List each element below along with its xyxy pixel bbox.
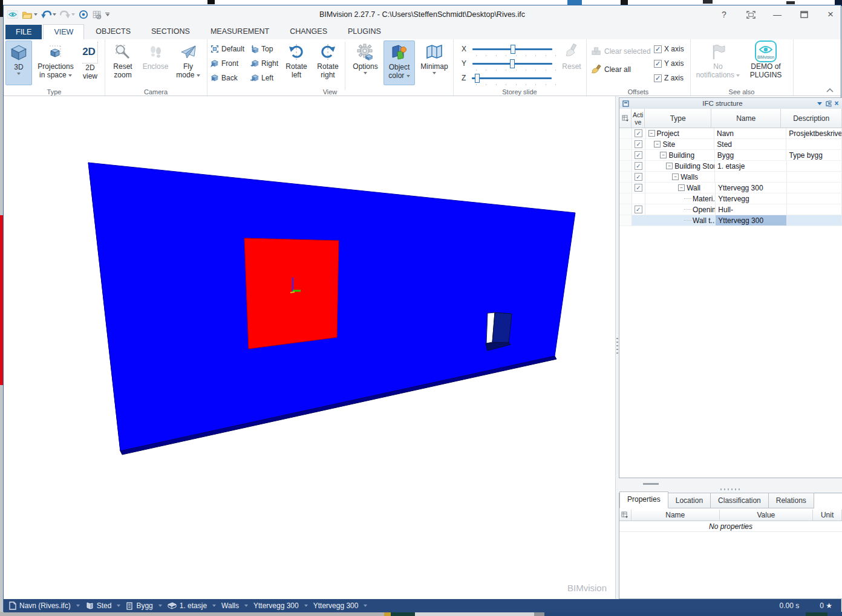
dropdown-caret-icon[interactable]	[244, 605, 248, 607]
dropdown-caret-icon[interactable]	[212, 605, 216, 607]
view-left-button[interactable]: Left	[250, 72, 273, 84]
column-header-value[interactable]: Value	[720, 510, 814, 521]
close-button[interactable]: ×	[824, 8, 837, 21]
panel-restore-icon[interactable]	[621, 99, 630, 108]
active-checkbox[interactable]: ✓	[635, 151, 642, 159]
active-checkbox[interactable]: ✓	[635, 129, 642, 137]
tree-expander-icon[interactable]: −	[648, 130, 655, 137]
tab-sections[interactable]: SECTIONS	[141, 24, 200, 39]
tree-expander-icon[interactable]: −	[678, 184, 685, 191]
view-right-button[interactable]: Right	[250, 57, 278, 70]
offset-z-axis-checkbox[interactable]: ✓ Z axis	[654, 72, 684, 84]
tree-node-name[interactable]	[715, 172, 786, 183]
ifc-tree-row[interactable]: ✓−Walls	[619, 172, 842, 183]
tree-node-name[interactable]: Hull-	[716, 204, 787, 215]
storey-slider-x[interactable]: X	[462, 43, 552, 55]
fly-mode-button[interactable]: Fly mode	[173, 41, 203, 85]
tab-location[interactable]: Location	[668, 493, 711, 508]
options-button[interactable]: Options	[350, 41, 381, 85]
ifc-tree-row[interactable]: ✓−Building Storey1. etasje	[619, 161, 842, 172]
slider-thumb[interactable]	[510, 59, 515, 68]
storey-reset-button[interactable]: Reset	[560, 41, 584, 85]
tab-plugins[interactable]: PLUGINS	[338, 24, 391, 39]
tab-file[interactable]: FILE	[5, 25, 42, 39]
help-button[interactable]: ?	[717, 8, 731, 21]
ifc-tree-row[interactable]: ✓−WallYttervegg 300	[619, 183, 842, 193]
column-options-icon[interactable]	[619, 109, 632, 128]
clear-all-button[interactable]: Clear all	[591, 63, 631, 76]
column-header-name[interactable]: Name	[632, 510, 720, 521]
tree-node-name[interactable]: Yttervegg 300	[716, 215, 787, 226]
tab-measurement[interactable]: MEASUREMENT	[200, 24, 279, 39]
breadcrumb-item[interactable]: Bygg	[126, 601, 162, 610]
fullscreen-button[interactable]	[744, 8, 757, 21]
column-header-active[interactable]: Acti ve	[632, 109, 645, 128]
rotate-right-button[interactable]: Rotate right	[313, 41, 342, 85]
breadcrumb-item[interactable]: Walls	[221, 601, 248, 610]
breadcrumb-item[interactable]: Yttervegg 300	[313, 601, 368, 610]
tab-objects[interactable]: OBJECTS	[85, 24, 141, 39]
view-default-button[interactable]: Default	[211, 43, 244, 55]
storey-slider-z[interactable]: Z	[462, 72, 552, 84]
tree-node-name[interactable]: Yttervegg 300	[716, 183, 787, 193]
no-notifications-button[interactable]: No notifications	[695, 41, 741, 85]
offset-y-axis-checkbox[interactable]: ✓ Y axis	[654, 57, 684, 70]
slider-track[interactable]	[472, 63, 552, 65]
rotate-left-button[interactable]: Rotate left	[282, 41, 311, 85]
breadcrumb-item[interactable]: Yttervegg 300	[253, 601, 308, 610]
checkbox-icon[interactable]: ✓	[654, 60, 662, 68]
enclose-button[interactable]: Enclose	[140, 41, 171, 85]
breadcrumb-item[interactable]: Navn (Rives.ifc)	[9, 601, 80, 610]
active-checkbox[interactable]: ✓	[635, 173, 642, 181]
offset-x-axis-checkbox[interactable]: ✓ X axis	[654, 43, 684, 55]
breadcrumb-item[interactable]: 1. etasje	[168, 601, 216, 610]
slider-thumb[interactable]	[475, 74, 480, 83]
view-top-button[interactable]: Top	[250, 43, 273, 55]
projections-in-space-button[interactable]: Projections in space	[35, 41, 76, 85]
tab-relations[interactable]: Relations	[769, 493, 814, 508]
slider-track[interactable]	[472, 77, 552, 79]
tree-expander-icon[interactable]: −	[654, 141, 661, 148]
checkbox-icon[interactable]: ✓	[654, 45, 662, 53]
demo-of-plugins-button[interactable]: BIMvision DEMO of PLUGINS	[743, 41, 788, 85]
panel-close-icon[interactable]: ×	[832, 99, 841, 108]
slider-track[interactable]	[472, 48, 552, 50]
panel-menu-icon[interactable]	[815, 99, 824, 108]
column-options-icon[interactable]	[619, 510, 632, 521]
splitter-handle[interactable]	[643, 483, 659, 485]
2d-view-button[interactable]: 2D 2D view	[77, 41, 103, 85]
maximize-button[interactable]	[797, 8, 811, 21]
tree-node-name[interactable]: Bygg	[715, 150, 787, 161]
active-checkbox[interactable]: ✓	[635, 162, 642, 170]
reset-zoom-button[interactable]: Reset zoom	[108, 41, 138, 85]
tree-node-name[interactable]: 1. etasje	[715, 161, 787, 172]
column-header-unit[interactable]: Unit	[813, 510, 842, 521]
active-checkbox[interactable]: ✓	[635, 184, 642, 192]
dropdown-caret-icon[interactable]	[304, 605, 308, 607]
minimize-button[interactable]: —	[771, 8, 784, 21]
active-checkbox[interactable]: ✓	[635, 206, 642, 213]
3d-button[interactable]: 3D	[5, 41, 32, 85]
slider-thumb[interactable]	[511, 45, 515, 54]
3d-viewport[interactable]: BIMvision	[4, 96, 616, 599]
tree-collapse-icon[interactable]	[824, 99, 832, 108]
view-front-button[interactable]: Front	[211, 57, 238, 70]
object-color-button[interactable]: Object color	[383, 41, 415, 85]
ifc-tree-row[interactable]: Wall t...Yttervegg 300	[619, 215, 842, 226]
column-header-type[interactable]: Type	[645, 109, 711, 128]
dropdown-caret-icon[interactable]	[76, 605, 80, 607]
dropdown-caret-icon[interactable]	[364, 605, 367, 607]
ifc-tree-row[interactable]: ✓−ProjectNavnProsjektbeskrivelse	[619, 128, 842, 139]
dropdown-caret-icon[interactable]	[117, 605, 120, 607]
tree-expander-icon[interactable]: −	[672, 173, 679, 180]
column-header-description[interactable]: Description	[781, 109, 842, 128]
storey-slider-y[interactable]: Y	[462, 57, 552, 70]
tab-changes[interactable]: CHANGES	[279, 24, 338, 39]
tree-expander-icon[interactable]: −	[666, 163, 673, 169]
tree-expander-icon[interactable]: −	[660, 152, 667, 158]
tree-node-name[interactable]: Navn	[714, 128, 786, 139]
ifc-tree-row[interactable]: ✓−BuildingByggType bygg	[619, 150, 842, 161]
dropdown-caret-icon[interactable]	[158, 605, 162, 607]
checkbox-icon[interactable]: ✓	[654, 74, 662, 82]
tab-properties[interactable]: Properties	[619, 491, 668, 508]
